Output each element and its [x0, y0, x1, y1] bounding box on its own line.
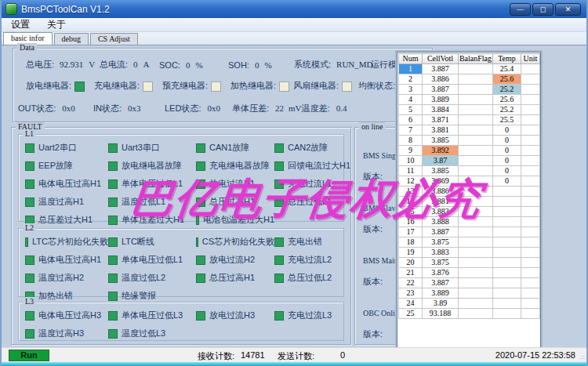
fault-item: 温度过低L3 [108, 328, 196, 339]
cell-temp: 0 [493, 176, 521, 187]
table-row[interactable]: 2 3.886 25.6 [399, 74, 540, 85]
table-row[interactable]: 15 3.883 [399, 207, 540, 217]
table-row[interactable]: 5 3.884 25.2 [399, 105, 540, 115]
table-row[interactable]: 7 3.881 0 [399, 125, 540, 136]
cell-table: Num CellVotl BalanFlag Temp Unit 1 3.887… [398, 53, 540, 319]
fault-indicator [108, 311, 118, 321]
table-row[interactable]: 9 3.892 0 [399, 146, 540, 156]
cell-num: 19 [399, 248, 423, 258]
cell-volt: 3.886 [423, 74, 459, 85]
table-row[interactable]: 19 3.883 [399, 248, 540, 258]
fault-label: 充电出错 [288, 236, 322, 248]
cell-unit [521, 95, 540, 105]
relay-label: 均衡状态: [358, 81, 395, 90]
header-cellvolt[interactable]: CellVotl [423, 54, 459, 64]
table-row[interactable]: 18 3.875 [399, 237, 540, 248]
table-row[interactable]: 11 3.885 0 [399, 166, 540, 176]
menu-item[interactable]: 设置 [11, 18, 30, 31]
table-row[interactable]: 22 3.887 [399, 278, 540, 288]
tab[interactable]: debug [54, 33, 89, 45]
fault-item: Uart2串口 [25, 142, 108, 154]
cell-unit [521, 248, 540, 258]
data-stat: 总电流:0A [100, 59, 159, 71]
fault-indicator [25, 179, 34, 189]
menu-item[interactable]: 关于 [47, 18, 66, 31]
cell-temp: 0 [493, 156, 521, 166]
cell-volt: 3.887 [423, 85, 459, 95]
fault-label: 电体电压过高H1 [38, 178, 101, 190]
fault-item: 电体电压过高H3 [25, 310, 108, 321]
minimize-button[interactable]: — [510, 3, 531, 16]
table-row[interactable]: 1 3.887 25.4 [399, 64, 540, 74]
cell-unit [521, 278, 540, 288]
table-row[interactable]: 8 3.885 0 [399, 136, 540, 146]
cell-unit [521, 258, 540, 268]
data-stat: 总电压:92.931V [26, 59, 100, 71]
cell-unit [521, 166, 540, 176]
table-row[interactable]: 25 93.188 [399, 309, 540, 319]
fault-label: CAN2故障 [288, 142, 328, 154]
titlebar[interactable]: BmsPCToolCan V1.2 — ◻ ✕ [2, 0, 586, 18]
cell-num: 17 [399, 227, 423, 237]
cell-unit [521, 105, 540, 115]
cell-volt: 3.89 [423, 299, 459, 309]
table-row[interactable]: 21 3.876 [399, 268, 540, 278]
cell-volt: 3.887 [423, 227, 459, 237]
table-row[interactable]: 13 3.886 [399, 187, 540, 197]
header-temp[interactable]: Temp [493, 54, 521, 64]
fault-label: 电体电压过高H3 [38, 310, 101, 321]
fault-item: 加热出错 [25, 290, 108, 302]
stat-label: 总电压: [26, 60, 54, 69]
cell-num: 20 [399, 258, 423, 268]
table-row[interactable]: 20 3.875 [399, 258, 540, 268]
table-row[interactable]: 10 3.87 0 [399, 156, 540, 166]
fault-indicator [108, 292, 118, 301]
fault-l3-box: L3 电体电压过高H3 单体电压过低L3 放电过流H3 充电过流L3 温度过高H… [18, 302, 344, 341]
table-row[interactable]: 4 3.889 25.6 [399, 95, 540, 105]
cell-temp: 0 [493, 166, 521, 176]
table-row[interactable]: 17 3.887 [399, 227, 540, 237]
fault-indicator [108, 274, 118, 283]
cell-table-container[interactable]: Num CellVotl BalanFlag Temp Unit 1 3.887… [397, 52, 541, 348]
stat-value: 0 [186, 60, 191, 70]
fault-label: 加热出错 [38, 290, 73, 302]
header-unit[interactable]: Unit [521, 54, 540, 64]
tx-count-value: 0 [340, 350, 345, 360]
table-row[interactable]: 3 3.887 25.2 [399, 85, 540, 95]
fault-item: LTC断线 [108, 236, 196, 248]
tabstrip: basic infor debug CS Adjust [2, 32, 586, 45]
fault-indicator [108, 161, 118, 171]
relay-indicator [143, 82, 153, 92]
cell-balanflag [459, 74, 493, 85]
cell-unit [521, 176, 540, 187]
header-num[interactable]: Num [399, 54, 423, 64]
bottom-edge-strip [2, 362, 586, 366]
cell-volt: 3.887 [423, 278, 459, 288]
version-label: 版本: [363, 276, 383, 287]
fault-label: LTC断线 [122, 236, 154, 248]
cell-balanflag [459, 166, 493, 176]
header-balanflag[interactable]: BalanFlag [459, 54, 493, 64]
cell-num: 24 [399, 299, 423, 309]
table-row[interactable]: 14 3.881 [399, 197, 540, 207]
table-row[interactable]: 12 3.869 0 [399, 176, 540, 187]
tab[interactable]: CS Adjust [90, 33, 138, 45]
fault-indicator [25, 237, 28, 247]
table-row[interactable]: 16 3.888 [399, 217, 540, 227]
stat-label: SOH: [228, 60, 249, 70]
status-value: 0x0 [207, 103, 220, 113]
resize-grip[interactable]: .:: [579, 353, 585, 361]
status-field: OUT状态:0x0 [18, 103, 93, 114]
close-button[interactable]: ✕ [555, 3, 581, 16]
table-row[interactable]: 23 3.889 [399, 288, 540, 299]
fault-label: 总压差过大H1 [38, 214, 93, 226]
fault-indicator [25, 311, 34, 321]
fault-indicator [274, 255, 284, 265]
table-row[interactable]: 6 3.871 25.5 [399, 115, 540, 125]
fault-item: 单体电压过低L3 [108, 310, 196, 321]
table-row[interactable]: 24 3.89 [399, 299, 540, 309]
fault-item: 总压过低L1 [274, 196, 350, 208]
cell-temp [493, 237, 521, 248]
maximize-button[interactable]: ◻ [532, 3, 554, 16]
cell-temp [493, 197, 521, 207]
